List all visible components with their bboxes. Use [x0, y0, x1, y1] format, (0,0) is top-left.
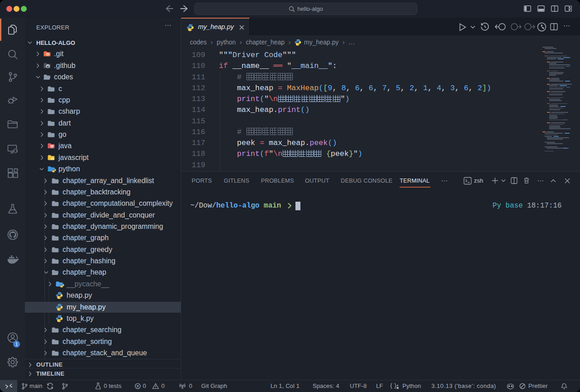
svg-text:JS: JS — [50, 157, 54, 160]
